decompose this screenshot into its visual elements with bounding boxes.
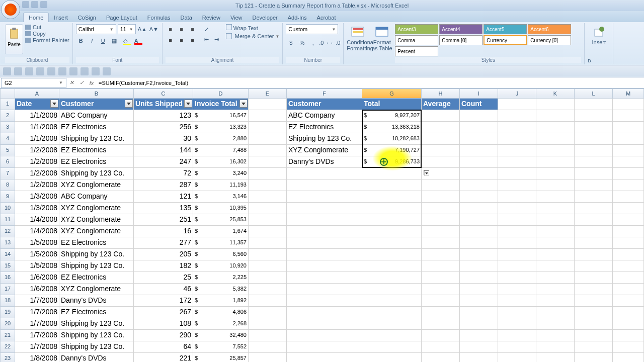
decrease-indent[interactable]: ⇤	[202, 34, 212, 44]
style-comma0[interactable]: Comma [0]	[439, 35, 482, 45]
cell[interactable]	[287, 168, 362, 179]
cell[interactable]	[536, 156, 575, 168]
cell[interactable]	[422, 341, 460, 353]
cell-customer[interactable]: XYZ Conglomerate	[59, 226, 134, 237]
cell[interactable]	[575, 214, 613, 226]
cell[interactable]	[422, 179, 460, 191]
cell[interactable]	[536, 249, 575, 260]
cell[interactable]	[536, 295, 575, 307]
cell[interactable]	[613, 272, 644, 284]
formula-input[interactable]: =SUMIF(Customer,F2,Invoice_Total)	[97, 80, 644, 86]
cell[interactable]	[498, 168, 536, 179]
redo-icon[interactable]	[14, 67, 22, 75]
cell[interactable]: $25,853	[193, 214, 249, 226]
cell[interactable]: $10,282,683	[362, 133, 422, 145]
cell[interactable]	[575, 133, 613, 145]
tab-developer[interactable]: Developer	[248, 13, 283, 22]
cell-units[interactable]: 256	[134, 122, 193, 133]
header-summary-customer[interactable]: Customer	[287, 99, 362, 110]
cell[interactable]	[498, 203, 536, 214]
cell[interactable]	[249, 226, 287, 237]
cell[interactable]	[249, 272, 287, 284]
cell[interactable]	[460, 341, 498, 353]
increase-indent[interactable]: ⇥	[212, 34, 222, 44]
cell[interactable]	[362, 307, 422, 318]
row-header[interactable]: 14	[0, 249, 15, 260]
cell[interactable]	[249, 133, 287, 145]
cell[interactable]	[249, 353, 287, 362]
cell-customer[interactable]: XYZ Conglomerate	[59, 179, 134, 191]
cell[interactable]	[575, 168, 613, 179]
cell[interactable]	[460, 260, 498, 272]
row-header[interactable]: 8	[0, 179, 15, 191]
row-header[interactable]: 17	[0, 284, 15, 295]
copy-button[interactable]: Copy	[25, 31, 69, 37]
cell[interactable]	[362, 249, 422, 260]
cell[interactable]	[536, 110, 575, 122]
cell-date[interactable]: 1/7/2008	[15, 318, 59, 330]
cell-units[interactable]: 30	[134, 133, 193, 145]
cell[interactable]	[575, 330, 613, 341]
orientation-button[interactable]: ⤢	[202, 24, 212, 34]
cell-date[interactable]: 1/2/2008	[15, 145, 59, 156]
cell-date[interactable]: 1/1/2008	[15, 133, 59, 145]
enter-icon[interactable]: ✓	[76, 79, 87, 86]
cell[interactable]	[575, 226, 613, 237]
cell[interactable]	[249, 122, 287, 133]
cut-button[interactable]: Cut	[25, 24, 69, 30]
cell[interactable]	[613, 307, 644, 318]
row-header[interactable]: 22	[0, 341, 15, 353]
cell-customer[interactable]: XYZ Conglomerate	[59, 284, 134, 295]
cell-date[interactable]: 1/2/2008	[15, 168, 59, 179]
cell[interactable]	[422, 226, 460, 237]
cell[interactable]: $9,286,733	[362, 156, 422, 168]
cell[interactable]	[613, 133, 644, 145]
cell[interactable]	[249, 307, 287, 318]
cell[interactable]: $1,892	[193, 295, 249, 307]
cell[interactable]	[422, 191, 460, 203]
cell-units[interactable]: 205	[134, 249, 193, 260]
cell[interactable]	[536, 284, 575, 295]
cell-units[interactable]: 16	[134, 226, 193, 237]
cell[interactable]	[613, 226, 644, 237]
cell[interactable]	[613, 110, 644, 122]
cell[interactable]	[536, 237, 575, 249]
cell[interactable]	[498, 214, 536, 226]
tab-acrobat[interactable]: Acrobat	[312, 13, 341, 22]
row-header[interactable]: 23	[0, 353, 15, 362]
filter-button[interactable]	[50, 100, 58, 108]
row-header[interactable]: 20	[0, 318, 15, 330]
cell[interactable]: $4,806	[193, 307, 249, 318]
cell-customer[interactable]: Shipping by 123 Co.	[59, 341, 134, 353]
style-accent6[interactable]: Accent6	[528, 24, 571, 34]
header-customer[interactable]: Customer	[59, 99, 134, 110]
increase-decimal[interactable]: .0→	[319, 38, 329, 48]
cell[interactable]: $9,927,207	[362, 110, 422, 122]
column-header-A[interactable]: A	[15, 88, 59, 99]
header-invoice[interactable]: Invoice Total	[193, 99, 249, 110]
cell[interactable]	[613, 284, 644, 295]
number-format-select[interactable]: Custom▼	[286, 24, 338, 34]
autofill-options-icon[interactable]	[424, 170, 429, 175]
cell[interactable]: $3,146	[193, 191, 249, 203]
cell[interactable]	[422, 318, 460, 330]
style-accent4[interactable]: Accent4	[439, 24, 482, 34]
cancel-icon[interactable]: ✕	[66, 79, 76, 86]
tab-formulas[interactable]: Formulas	[142, 13, 176, 22]
cell[interactable]	[575, 145, 613, 156]
style-currency[interactable]: Currency	[484, 35, 527, 45]
column-header-J[interactable]: J	[498, 88, 536, 99]
cell-date[interactable]: 1/3/2008	[15, 191, 59, 203]
cell-units[interactable]: 108	[134, 318, 193, 330]
cell[interactable]	[536, 226, 575, 237]
header-summary-count[interactable]: Count	[460, 99, 498, 110]
cell[interactable]	[422, 214, 460, 226]
row-header[interactable]: 19	[0, 307, 15, 318]
cell[interactable]	[575, 307, 613, 318]
cell[interactable]	[498, 353, 536, 362]
cell[interactable]	[575, 179, 613, 191]
cell[interactable]	[536, 145, 575, 156]
cell[interactable]	[498, 226, 536, 237]
cell[interactable]	[575, 203, 613, 214]
tab-view[interactable]: View	[225, 13, 248, 22]
